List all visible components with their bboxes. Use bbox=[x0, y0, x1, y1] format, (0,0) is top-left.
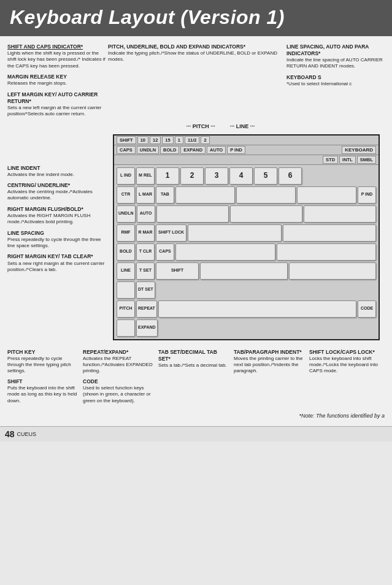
annotation-centring: CENTRING/ UNDERLINE* Activates the centr… bbox=[7, 182, 106, 202]
key-t-clr[interactable]: T CLR bbox=[136, 243, 155, 261]
key-ctr[interactable]: CTR bbox=[117, 186, 135, 204]
key-spacer-8 bbox=[283, 224, 377, 242]
key-t-set[interactable]: T SET bbox=[136, 262, 155, 280]
key-5[interactable]: 5 bbox=[254, 167, 277, 185]
annotation-right-margin-flush: RIGHT MARGIN FLUSH/BOLD* Activates the R… bbox=[7, 206, 106, 226]
pitch-label: ··· PITCH ··· bbox=[186, 123, 215, 129]
page-number: 48 bbox=[5, 429, 15, 439]
keyboard-row-3: UNDLN AUTO bbox=[117, 205, 376, 223]
key-2[interactable]: 2 bbox=[180, 167, 204, 185]
key-p-ind[interactable]: P IND bbox=[358, 186, 376, 204]
ann-tab-set: TAB SET/DECIMAL TAB SET* Sets a tab./*Se… bbox=[158, 349, 234, 375]
keyboard-row-7: DT SET bbox=[117, 281, 376, 299]
key-6[interactable]: 6 bbox=[279, 167, 302, 185]
ann-shift-lock: SHIFT LOCK/CAPS LOCK* Locks the keyboard… bbox=[309, 349, 385, 375]
val-1: 1 bbox=[175, 136, 183, 144]
keyboard-row-4: RMF R MAR SHIFT LOCK bbox=[117, 224, 376, 242]
key-auto[interactable]: AUTO bbox=[137, 205, 155, 223]
shift-label: SHIFT bbox=[117, 136, 136, 144]
key-pitch[interactable]: PITCH bbox=[117, 300, 135, 318]
key-expand[interactable]: EXPAND bbox=[136, 319, 158, 337]
key-r-mar[interactable]: R MAR bbox=[136, 224, 155, 242]
key-spacer-11 bbox=[200, 262, 288, 280]
key-spacebar[interactable] bbox=[158, 300, 356, 318]
key-rmf[interactable]: RMF bbox=[117, 224, 135, 242]
key-m-rel[interactable]: M REL bbox=[136, 167, 155, 185]
key-spacer-6 bbox=[304, 205, 376, 223]
note: *Note: The functions identified by a bbox=[2, 410, 390, 421]
bold-key: BOLD bbox=[160, 146, 179, 154]
key-caps[interactable]: CAPS bbox=[156, 243, 174, 261]
keyboard-row-1: L IND M REL 1 2 3 4 5 6 bbox=[117, 167, 376, 185]
key-spacer-4 bbox=[156, 205, 229, 223]
key-empty-2 bbox=[117, 319, 135, 337]
annotation-line-indent: LINE INDENT Activates the line indent mo… bbox=[7, 165, 106, 178]
annotation-right-margin-key: RIGHT MARGIN KEY/ TAB CLEAR* Sets a new … bbox=[7, 253, 106, 273]
ann-shift: SHIFT Puts the keyboard into the shift m… bbox=[7, 378, 83, 404]
key-repeat[interactable]: REPEAT bbox=[136, 300, 157, 318]
ann-repeat-expand: REPEAT/EXPAND* Activates the REPEAT func… bbox=[83, 349, 158, 375]
key-spacer-7 bbox=[188, 224, 282, 242]
val-11/2: 11/2 bbox=[185, 136, 200, 144]
intl-key: INTL bbox=[339, 156, 356, 164]
key-1[interactable]: 1 bbox=[156, 167, 179, 185]
expand-key: EXPAND bbox=[180, 146, 206, 154]
key-spacer-2 bbox=[236, 186, 296, 204]
keyboard-row-6: LINE T SET SHIFT bbox=[117, 262, 376, 280]
key-bold[interactable]: BOLD bbox=[117, 243, 135, 261]
top-center-annotations: PITCH, UNDERLINE, BOLD AND EXPAND INDICA… bbox=[108, 44, 284, 122]
key-spacer-1 bbox=[175, 186, 235, 204]
annotation-pitch-underline: PITCH, UNDERLINE, BOLD AND EXPAND INDICA… bbox=[108, 44, 284, 63]
page-header: Keyboard Layout (Version 1) bbox=[0, 0, 392, 36]
val-2: 2 bbox=[201, 136, 209, 144]
key-l-mar[interactable]: L MAR bbox=[136, 186, 155, 204]
ann-pitch-key: PITCH KEY Press repeatedly to cycle thro… bbox=[7, 349, 83, 375]
key-spacer-5 bbox=[230, 205, 302, 223]
std-intl-row: STD INTL SMBL bbox=[114, 155, 379, 165]
auto-key: AUTO bbox=[207, 146, 226, 154]
ann-code: CODE Used to select function keys (shown… bbox=[83, 378, 158, 404]
key-empty-1 bbox=[117, 281, 135, 299]
keyboard-label: KEYBOARD bbox=[342, 146, 376, 154]
annotation-left-margin: LEFT MARGIN KEY/ AUTO CARRIER RETURN* Se… bbox=[7, 91, 106, 118]
key-l-ind[interactable]: L IND bbox=[117, 167, 135, 185]
key-4[interactable]: 4 bbox=[229, 167, 253, 185]
footer: 48 CUEUS bbox=[0, 426, 392, 442]
key-spacer-9 bbox=[175, 243, 275, 261]
keyboard-row-9: EXPAND bbox=[117, 319, 376, 337]
key-shift-lock[interactable]: SHIFT LOCK bbox=[156, 224, 186, 242]
annotation-keyboard-s: KEYBOARD S *Used to select International… bbox=[286, 74, 385, 87]
undln-key: UNDLN bbox=[137, 146, 159, 154]
key-undln[interactable]: UNDLN bbox=[117, 205, 136, 223]
key-spacer-12 bbox=[289, 262, 377, 280]
val-12: 12 bbox=[150, 136, 161, 144]
key-spacer-3 bbox=[297, 186, 356, 204]
page-title: Keyboard Layout (Version 1) bbox=[10, 6, 382, 29]
bottom-annotations: PITCH KEY Press repeatedly to cycle thro… bbox=[2, 344, 390, 410]
val-15: 15 bbox=[162, 136, 173, 144]
top-annotations: SHIFT AND CAPS INDICATOR* Lights when th… bbox=[2, 41, 390, 122]
key-3[interactable]: 3 bbox=[205, 167, 228, 185]
left-keyboard-annotations: LINE INDENT Activates the line indent mo… bbox=[7, 131, 106, 278]
key-code[interactable]: CODE bbox=[358, 300, 376, 318]
std-key: STD bbox=[323, 156, 338, 164]
key-dt-set[interactable]: DT SET bbox=[136, 281, 155, 299]
top-right-annotations: LINE SPACING, AUTO AND PARA INDICATORS* … bbox=[286, 44, 385, 122]
caps-label: CAPS bbox=[117, 146, 136, 154]
key-shift[interactable]: SHIFT bbox=[156, 262, 199, 280]
p-ind-key: P IND bbox=[227, 146, 245, 154]
key-tab[interactable]: TAB bbox=[156, 186, 174, 204]
annotation-line-spacing-top: LINE SPACING, AUTO AND PARA INDICATORS* … bbox=[286, 44, 385, 70]
smbl-key: SMBL bbox=[357, 156, 376, 164]
keyboard: SHIFT 10 12 15 1 11/2 2 CAPS UNDLN BOLD … bbox=[113, 134, 380, 340]
line-label: ··· LINE ··· bbox=[230, 123, 255, 129]
annotation-line-spacing-mid: LINE SPACING Press repeatedly to cycle t… bbox=[7, 230, 106, 250]
val-10: 10 bbox=[137, 136, 148, 144]
key-line[interactable]: LINE bbox=[117, 262, 135, 280]
key-spacer-10 bbox=[277, 243, 377, 261]
keyboard-body: L IND M REL 1 2 3 4 5 6 CTR L MAR TAB bbox=[114, 165, 379, 339]
annotation-shift-caps: SHIFT AND CAPS INDICATOR* Lights when th… bbox=[7, 44, 106, 69]
main-content: SHIFT AND CAPS INDICATOR* Lights when th… bbox=[0, 36, 392, 426]
ann-tab-paragraph: TAB/PARAGRAPH INDENT* Moves the printing… bbox=[234, 349, 309, 375]
shift-caps-row: SHIFT 10 12 15 1 11/2 2 bbox=[114, 136, 379, 145]
